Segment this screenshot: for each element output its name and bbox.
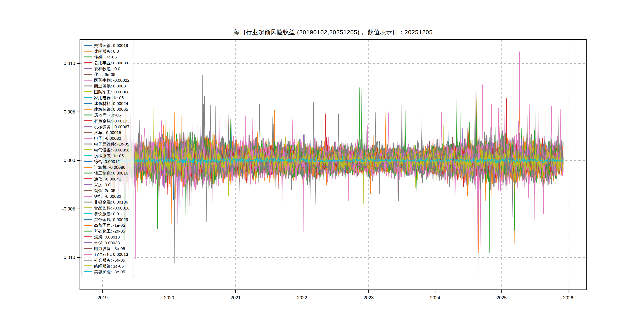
legend-label: 房地产: -3e-05 bbox=[94, 113, 121, 117]
legend-label: 基础化工: -2e-05 bbox=[94, 229, 125, 233]
legend-label: 综合: 0.00012 bbox=[94, 159, 120, 164]
legend-label: 社会服务: -5e-05 bbox=[94, 258, 125, 262]
legend-label: 建筑材料: 0.00024 bbox=[94, 101, 128, 106]
legend-label: 纺织服装: 1e-05 bbox=[94, 154, 124, 158]
x-tick-label: 2026 bbox=[563, 295, 573, 300]
legend-label: 钢铁: 2e-05 bbox=[94, 188, 115, 193]
legend-label: 银行: -0.00082 bbox=[94, 194, 121, 198]
legend-label: 食品饮料: -0.00016 bbox=[94, 206, 130, 210]
y-tick-label: 0.000 bbox=[64, 158, 75, 163]
y-tick-label: 0.005 bbox=[64, 109, 75, 114]
x-tick-label: 2022 bbox=[297, 295, 307, 300]
legend-label: 国防军工: -0.00068 bbox=[94, 90, 130, 94]
legend-label: 商贸零售: -1e-05 bbox=[94, 223, 125, 228]
legend-label: 采掘: 0.0 bbox=[94, 182, 110, 187]
legend-label: 电气设备: -0.00056 bbox=[94, 148, 130, 152]
chart-plot-area: 201920202021202220232024202520260.0100.0… bbox=[0, 0, 644, 322]
legend-label: 公用事业: 0.00034 bbox=[94, 60, 128, 65]
series-lines bbox=[103, 52, 563, 284]
legend-label: 煤炭: 0.00013 bbox=[94, 235, 120, 239]
legend-label: 电子: -0.00032 bbox=[94, 136, 121, 140]
x-tick-label: 2019 bbox=[98, 295, 108, 300]
x-tick-label: 2021 bbox=[230, 295, 241, 300]
figure-canvas: { "chart_data": { "type": "line", "title… bbox=[0, 0, 644, 322]
y-tick-label: -0.010 bbox=[62, 255, 75, 260]
legend-label: 轻工制造: 0.00016 bbox=[94, 171, 128, 175]
y-tick-label: -0.005 bbox=[62, 206, 75, 212]
legend-label: 机械设备: -0.00067 bbox=[94, 124, 130, 129]
legend-label: 通信: -0.00041 bbox=[94, 177, 121, 181]
legend-label: 美容护理: -3e-05 bbox=[94, 270, 125, 274]
legend-label: 餐饮旅游: 0.0 bbox=[94, 212, 119, 216]
legend-label: 农林牧渔: -0.0 bbox=[94, 66, 120, 71]
legend-label: 石油石化: 0.00013 bbox=[94, 252, 128, 256]
y-tick-label: 0.010 bbox=[64, 61, 75, 66]
legend-label: 商业贸易: 0.0003 bbox=[94, 84, 126, 88]
x-tick-label: 2020 bbox=[164, 295, 174, 300]
legend-label: 电力设备: -8e-05 bbox=[94, 246, 125, 251]
legend-label: 交通运输: 0.00019 bbox=[94, 43, 128, 48]
legend-label: 有色金属: -0.00123 bbox=[94, 119, 130, 123]
legend-label: 家用电器: 1e-05 bbox=[94, 96, 124, 100]
legend-label: 环保: 0.00033 bbox=[94, 240, 120, 245]
x-tick-label: 2025 bbox=[496, 295, 507, 300]
x-tick-label: 2023 bbox=[364, 295, 374, 300]
legend-label: 计算机: -0.00086 bbox=[94, 165, 126, 170]
legend: 交通运输: 0.00019休闲服务: 0.0传媒: -7e-05公用事业: 0.… bbox=[82, 41, 134, 277]
legend-label: 休闲服务: 0.0 bbox=[94, 49, 119, 54]
legend-label: 非银金融: 0.00186 bbox=[94, 200, 128, 204]
legend-label: 传媒: -7e-05 bbox=[94, 55, 117, 59]
legend-label: 纺织服饰: 1e-05 bbox=[94, 264, 124, 268]
legend-label: 化工: 9e-05 bbox=[94, 72, 115, 77]
x-tick-label: 2024 bbox=[430, 295, 440, 300]
legend-label: 电子元器件: -1e-05 bbox=[94, 142, 129, 146]
legend-label: 医药生物: -0.00022 bbox=[94, 78, 130, 82]
legend-label: 建筑装饰: 0.00065 bbox=[94, 107, 128, 112]
legend-label: 汽车: -0.00015 bbox=[94, 130, 121, 135]
legend-label: 黑色金属: 0.00029 bbox=[94, 217, 128, 222]
